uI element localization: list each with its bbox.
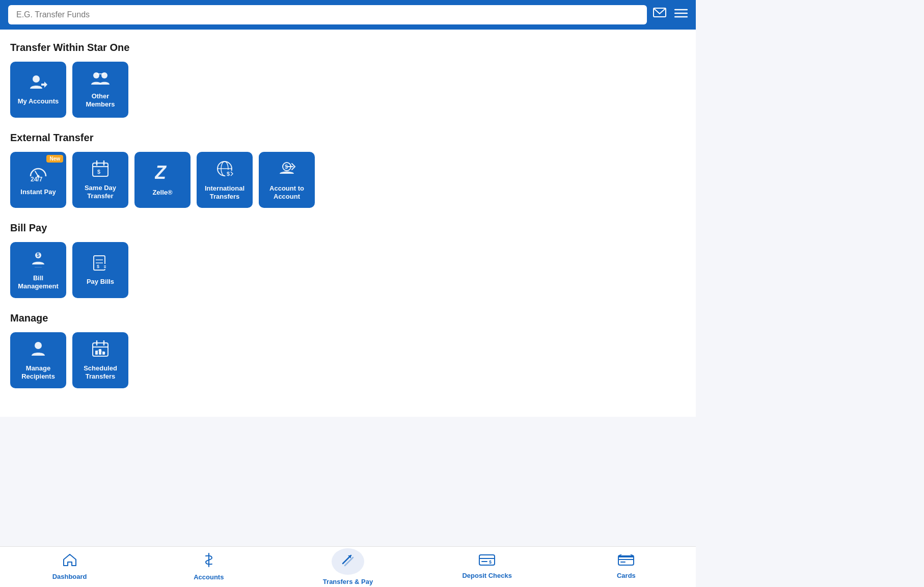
pay-bills-icon: $ (92, 255, 109, 274)
header (0, 0, 696, 30)
header-icons (653, 8, 688, 22)
tile-label-bill-management: Bill Management (14, 274, 62, 290)
svg-text:$: $ (97, 264, 99, 269)
svg-text:$: $ (37, 252, 40, 258)
section-title-transfer-within: Transfer Within Star One (10, 42, 686, 54)
person-manage-icon (30, 340, 47, 360)
svg-marker-5 (41, 82, 47, 88)
search-input[interactable] (8, 5, 647, 24)
section-title-manage: Manage (10, 312, 686, 324)
tile-label-other-members: Other Members (76, 92, 124, 108)
tile-label-scheduled-transfers: Scheduled Transfers (76, 364, 124, 380)
section-title-bill-pay: Bill Pay (10, 222, 686, 234)
tile-label-zelle: Zelle® (152, 189, 172, 197)
tile-zelle[interactable]: Z Zelle® (134, 152, 191, 208)
svg-point-7 (101, 72, 107, 78)
svg-point-34 (35, 342, 42, 349)
svg-text:24/7: 24/7 (31, 176, 43, 181)
messages-icon[interactable] (653, 8, 666, 22)
svg-text:Z: Z (155, 164, 167, 182)
tile-manage-recipients[interactable]: Manage Recipients (10, 332, 66, 388)
section-bill-pay: Bill Pay $ Bill Management (10, 222, 686, 298)
account-transfer-icon: $ (278, 159, 296, 180)
tiles-row-manage: Manage Recipients (10, 332, 686, 388)
menu-icon[interactable] (674, 8, 688, 21)
tile-pay-bills[interactable]: $ Pay Bills (72, 242, 128, 298)
tiles-row-bill-pay: $ Bill Management $ (10, 242, 686, 298)
svg-text:$: $ (97, 169, 100, 175)
tile-bill-management[interactable]: $ Bill Management (10, 242, 66, 298)
person-arrow-icon (29, 74, 47, 93)
svg-marker-42 (103, 351, 105, 354)
scheduled-icon (92, 340, 109, 360)
tile-other-members[interactable]: Other Members (72, 62, 128, 118)
new-badge: New (46, 155, 63, 163)
tile-label-instant-pay: Instant Pay (20, 188, 56, 196)
tile-same-day-transfer[interactable]: $ Same Day Transfer (72, 152, 128, 208)
bill-management-icon: $ (30, 250, 47, 270)
tile-label-account-to-account: Account to Account (263, 184, 311, 200)
tile-label-international-transfers: International Transfers (201, 184, 249, 200)
section-external-transfer: External Transfer New 24/7 Instant Pay (10, 132, 686, 208)
zelle-z-icon: Z (155, 164, 170, 184)
section-title-external-transfer: External Transfer (10, 132, 686, 144)
tile-label-manage-recipients: Manage Recipients (14, 364, 62, 380)
svg-text:$: $ (227, 171, 230, 177)
tile-scheduled-transfers[interactable]: Scheduled Transfers (72, 332, 128, 388)
tile-account-to-account[interactable]: $ Account to Account (259, 152, 315, 208)
tile-label-my-accounts: My Accounts (18, 97, 59, 105)
svg-point-4 (33, 75, 40, 83)
calendar-dollar-icon: $ (92, 160, 109, 180)
tile-label-pay-bills: Pay Bills (87, 278, 114, 286)
tiles-row-external-transfer: New 24/7 Instant Pay (10, 152, 686, 208)
section-manage: Manage Manage Recipients (10, 312, 686, 388)
main-content: Transfer Within Star One My Accounts (0, 30, 696, 417)
globe-dollar-icon: $ (215, 159, 234, 180)
tiles-row-transfer-within: My Accounts Other Members (10, 62, 686, 118)
arrows-transfer-icon (91, 71, 110, 88)
tile-instant-pay[interactable]: New 24/7 Instant Pay (10, 152, 66, 208)
svg-point-6 (93, 72, 99, 78)
tile-international-transfers[interactable]: $ International Transfers (197, 152, 253, 208)
section-transfer-within: Transfer Within Star One My Accounts (10, 42, 686, 118)
tile-label-same-day-transfer: Same Day Transfer (76, 184, 124, 200)
247-icon: 24/7 (28, 164, 48, 184)
tile-my-accounts[interactable]: My Accounts (10, 62, 66, 118)
